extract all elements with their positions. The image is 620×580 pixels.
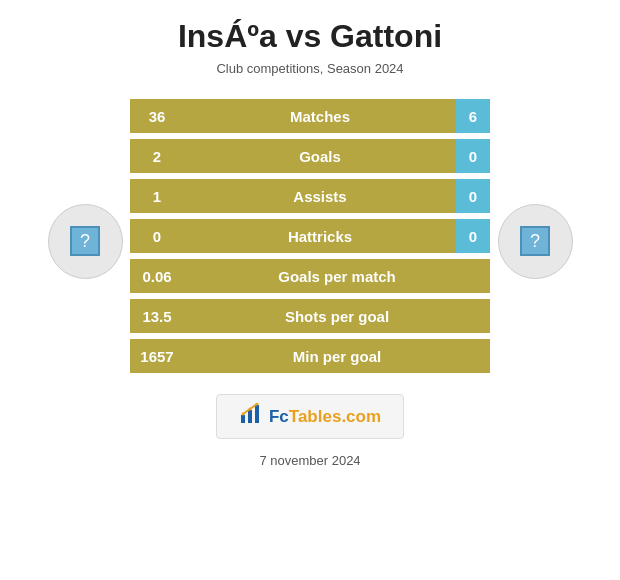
svg-rect-0 [241, 415, 245, 423]
assists-right-val: 0 [456, 179, 490, 213]
shots-per-goal-left-val: 13.5 [130, 299, 184, 333]
assists-label-bar: Assists [184, 179, 456, 213]
page-title: InsÁºa vs Gattoni [178, 18, 442, 55]
stat-row-min-per-goal: 1657 Min per goal [130, 338, 490, 374]
goals-label-bar: Goals [184, 139, 456, 173]
matches-label: Matches [290, 108, 350, 125]
svg-point-3 [241, 413, 244, 416]
min-per-goal-left-val: 1657 [130, 339, 184, 373]
shots-per-goal-label-bar: Shots per goal [184, 299, 490, 333]
right-avatar-circle: ? [498, 204, 573, 279]
stat-row-assists: 1 Assists 0 [130, 178, 490, 214]
matches-label-bar: Matches [184, 99, 456, 133]
left-player-avatar: ? [40, 194, 130, 279]
min-per-goal-label-bar: Min per goal [184, 339, 490, 373]
goals-left-val: 2 [130, 139, 184, 173]
hattricks-right-val: 0 [456, 219, 490, 253]
footer-date: 7 november 2024 [259, 453, 360, 468]
assists-label: Assists [293, 188, 346, 205]
goals-label: Goals [299, 148, 341, 165]
hattricks-label-bar: Hattricks [184, 219, 456, 253]
goals-per-match-label: Goals per match [278, 268, 396, 285]
stat-row-hattricks: 0 Hattricks 0 [130, 218, 490, 254]
right-avatar-icon: ? [520, 226, 550, 256]
stat-row-shots-per-goal: 13.5 Shots per goal [130, 298, 490, 334]
assists-left-val: 1 [130, 179, 184, 213]
watermark-chart-icon [239, 403, 261, 430]
goals-per-match-label-bar: Goals per match [184, 259, 490, 293]
page-subtitle: Club competitions, Season 2024 [216, 61, 403, 76]
matches-right-val: 6 [456, 99, 490, 133]
stat-row-matches: 36 Matches 6 [130, 98, 490, 134]
goals-right-val: 0 [456, 139, 490, 173]
left-avatar-circle: ? [48, 204, 123, 279]
page-container: InsÁºa vs Gattoni Club competitions, Sea… [0, 0, 620, 580]
watermark-tables: Tables.com [289, 407, 381, 426]
matches-left-val: 36 [130, 99, 184, 133]
stats-block: 36 Matches 6 2 Goals 0 [130, 98, 490, 374]
watermark-text: FcTables.com [269, 407, 381, 427]
svg-point-4 [248, 408, 251, 411]
main-content-row: ? 36 Matches 6 2 Goals [0, 98, 620, 374]
min-per-goal-label: Min per goal [293, 348, 381, 365]
watermark: FcTables.com [216, 394, 404, 439]
left-avatar-icon: ? [70, 226, 100, 256]
stat-row-goals: 2 Goals 0 [130, 138, 490, 174]
hattricks-label: Hattricks [288, 228, 352, 245]
right-player-avatar: ? [490, 194, 580, 279]
shots-per-goal-label: Shots per goal [285, 308, 389, 325]
svg-rect-1 [248, 410, 252, 423]
stat-row-goals-per-match: 0.06 Goals per match [130, 258, 490, 294]
goals-per-match-left-val: 0.06 [130, 259, 184, 293]
hattricks-left-val: 0 [130, 219, 184, 253]
svg-rect-2 [255, 405, 259, 423]
